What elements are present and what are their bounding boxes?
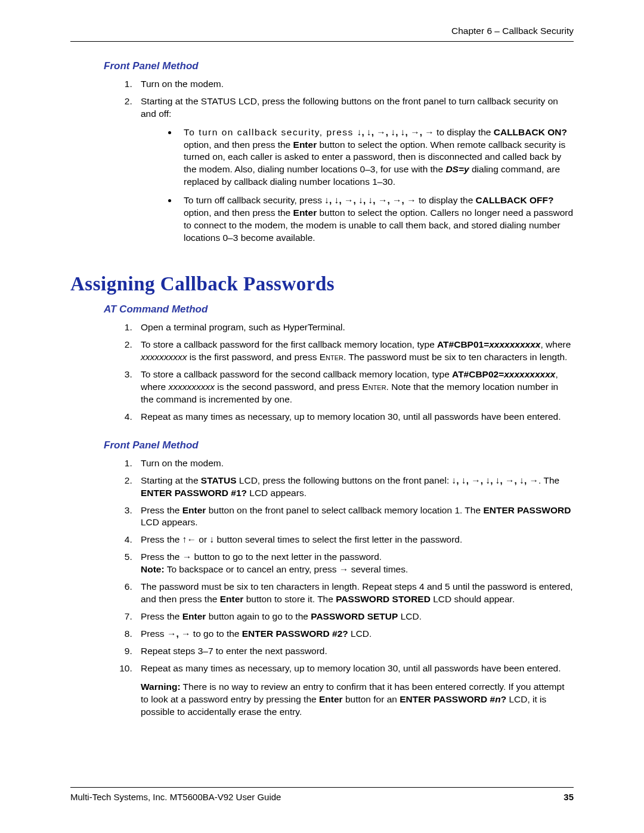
text: button again to go to the	[206, 611, 311, 621]
arrow-icon: ↑←	[182, 534, 196, 544]
lcd-label: PASSWORD SETUP	[311, 611, 398, 621]
text: to go to the	[191, 628, 242, 639]
text: Open a terminal program, such as HyperTe…	[141, 322, 345, 332]
text: Press the	[141, 534, 182, 544]
placeholder-text: xxxxxxxxxx	[489, 339, 540, 349]
text: Repeat steps 3–7 to enter the next passw…	[141, 646, 327, 656]
text: option, and then press the	[184, 140, 293, 150]
list-item: To store a callback password for the sec…	[135, 368, 574, 406]
text: option, and then press the	[184, 208, 293, 218]
command-label: AT#CBP01=	[437, 339, 489, 349]
text: LCD appears.	[141, 517, 198, 527]
text: Repeat as many times as necessary, up to…	[141, 663, 561, 673]
text: . The password must be six to ten charac…	[343, 352, 567, 362]
arrow-sequence: →, →	[167, 628, 191, 639]
option-label: CALLBACK ON?	[494, 127, 567, 137]
text: . The	[538, 475, 559, 485]
list-item: Starting at the STATUS LCD, press the fo…	[135, 475, 574, 500]
text: To store a callback password for the fir…	[141, 339, 437, 349]
text: to display the	[416, 195, 476, 205]
lcd-label: PASSWORD STORED	[336, 594, 431, 604]
text: to display the	[434, 127, 494, 137]
text: button for an	[343, 694, 400, 704]
text: Press	[141, 628, 167, 639]
list-item: Press the Enter button on the front pane…	[135, 504, 574, 529]
section-heading-at-command: AT Command Method	[104, 303, 574, 317]
text: Press the	[141, 552, 182, 562]
text: button to store it. The	[243, 594, 336, 604]
text: Press the	[141, 611, 182, 621]
text: several times.	[348, 564, 408, 574]
text: LCD, press the following buttons on the …	[237, 475, 452, 485]
text: To turn on callback security, press	[184, 127, 357, 137]
page-number: 35	[564, 791, 574, 803]
text: button on the front panel to select call…	[206, 505, 483, 515]
placeholder-text: n	[495, 694, 500, 704]
key-label: Enter	[362, 382, 386, 392]
text: LCD should appear.	[431, 594, 515, 604]
chapter-label: Chapter 6 – Callback Security	[451, 26, 574, 36]
key-label: Enter	[182, 505, 206, 515]
key-label: Enter	[293, 140, 317, 150]
option-label: CALLBACK OFF?	[476, 195, 554, 205]
text: is the second password, and press	[215, 382, 362, 392]
note-label: Note:	[141, 564, 165, 574]
arrow-sequence: ↓, ↓, →, ↓, ↓, →, ↓, →	[452, 475, 539, 485]
text: is the first password, and press	[187, 352, 320, 362]
text: or	[196, 534, 209, 544]
heading-assigning-callback-passwords: Assigning Callback Passwords	[70, 271, 574, 298]
front-panel-2-list: Turn on the modem. Starting at the STATU…	[119, 457, 574, 719]
lcd-label: ENTER PASSWORD #1?	[141, 488, 247, 498]
at-command-list: Open a terminal program, such as HyperTe…	[119, 321, 574, 423]
key-label: Enter	[319, 694, 343, 704]
list-item: The password must be six to ten characte…	[135, 581, 574, 606]
list-item: To store a callback password for the fir…	[135, 339, 574, 364]
text: To store a callback password for the sec…	[141, 369, 452, 379]
list-item: To turn on callback security, press ↓, ↓…	[178, 126, 574, 189]
key-label: Enter	[293, 208, 317, 218]
text: button several times to select the first…	[214, 534, 462, 544]
list-item: Repeat as many times as necessary, up to…	[135, 662, 574, 719]
list-item: Repeat steps 3–7 to enter the next passw…	[135, 645, 574, 658]
warning-label: Warning:	[141, 682, 181, 692]
page-header: Chapter 6 – Callback Security	[70, 25, 574, 42]
list-item: Press the Enter button again to go to th…	[135, 611, 574, 623]
key-label: Enter	[320, 352, 343, 362]
list-item: Press the ↑← or ↓ button several times t…	[135, 534, 574, 546]
key-label: Enter	[182, 611, 206, 621]
text: LCD.	[348, 628, 372, 639]
lcd-label: ENTER PASSWORD #2?	[242, 628, 348, 639]
arrow-icon: →	[339, 564, 349, 574]
arrow-icon: →	[182, 552, 192, 562]
page-footer: Multi-Tech Systems, Inc. MT5600BA-V92 Us…	[70, 787, 574, 803]
list-item: Press →, → to go to the ENTER PASSWORD #…	[135, 628, 574, 640]
front-panel-1-list: Turn on the modem. Starting at the STATU…	[119, 78, 574, 244]
text: LCD.	[398, 611, 422, 621]
sub-list: To turn on callback security, press ↓, ↓…	[162, 126, 574, 244]
arrow-sequence: ↓, ↓, →, ↓, ↓, →, →	[357, 127, 434, 137]
text: Turn on the modem.	[141, 79, 224, 89]
text: To backspace or to cancel an entry, pres…	[165, 564, 339, 574]
text: , where	[540, 339, 571, 349]
list-item: Open a terminal program, such as HyperTe…	[135, 321, 574, 334]
list-item: To turn off callback security, press ↓, …	[178, 194, 574, 244]
text: Press the	[141, 505, 182, 515]
section-heading-front-panel-2: Front Panel Method	[104, 439, 574, 453]
list-item: Press the → button to go to the next let…	[135, 551, 574, 576]
text: Starting at the	[141, 475, 201, 485]
key-label: Enter	[220, 594, 244, 604]
text: Starting at the STATUS LCD, press the fo…	[141, 96, 558, 119]
text: button to go to the next letter in the p…	[191, 552, 382, 562]
arrow-sequence: ↓, ↓, →, ↓, ↓, →, →, →	[324, 195, 416, 205]
command-label: AT#CBP02=	[452, 369, 504, 379]
label: STATUS	[201, 475, 237, 485]
text: To turn off callback security, press	[184, 195, 324, 205]
placeholder-text: xxxxxxxxxx	[141, 352, 187, 362]
list-item: Turn on the modem.	[135, 457, 574, 470]
text: Repeat as many times as necessary, up to…	[141, 411, 561, 422]
section-heading-front-panel-1: Front Panel Method	[104, 60, 574, 73]
placeholder-text: xxxxxxxxxx	[504, 369, 555, 379]
placeholder-text: xxxxxxxxxx	[169, 382, 215, 392]
text: LCD appears.	[247, 488, 306, 498]
lcd-label: ENTER PASSWORD #	[400, 694, 495, 704]
